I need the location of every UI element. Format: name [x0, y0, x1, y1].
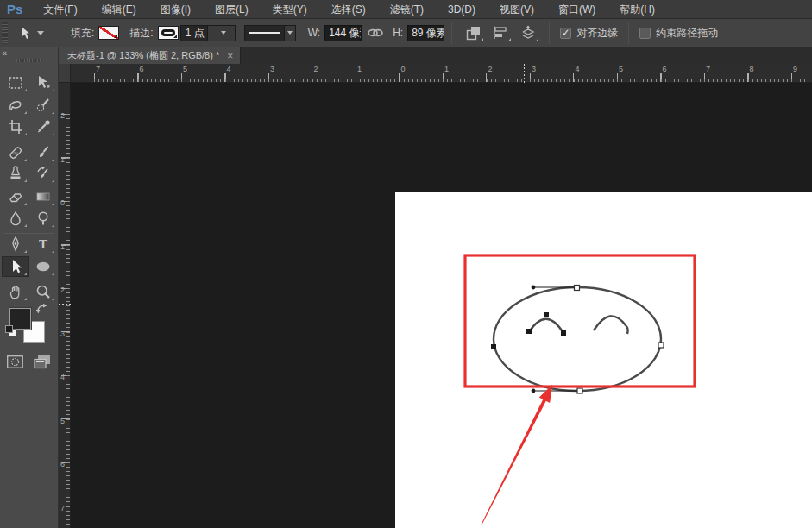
menu-item-7[interactable]: 3D(D): [436, 0, 488, 19]
chevron-down-icon[interactable]: [284, 26, 295, 41]
path-arrangement-icon: [520, 25, 536, 41]
menu-item-4[interactable]: 类型(Y): [261, 0, 319, 19]
ruler-number: 1: [357, 65, 362, 73]
swap-colors-icon[interactable]: [36, 304, 48, 315]
menu-item-0[interactable]: 文件(F): [31, 0, 89, 19]
type-tool[interactable]: T: [30, 235, 56, 254]
ruler-number: 2: [314, 65, 318, 73]
dodge-icon: [35, 210, 52, 227]
close-tab-icon[interactable]: ×: [227, 50, 233, 62]
move-tool[interactable]: [30, 73, 56, 92]
dodge-tool[interactable]: [30, 209, 56, 228]
tool-preset-picker[interactable]: [18, 26, 44, 40]
lasso-icon: [7, 97, 24, 114]
horizontal-ruler[interactable]: 76543210123456789: [71, 64, 812, 83]
ellipse-icon: [35, 258, 52, 275]
fill-color-swatch[interactable]: [98, 26, 119, 40]
options-bar-grip[interactable]: [2, 22, 8, 44]
path-operations-button[interactable]: [463, 23, 483, 42]
separator: [60, 22, 60, 44]
link-dimensions-icon[interactable]: [367, 27, 384, 39]
crop-tool[interactable]: [3, 117, 28, 136]
chevron-down-icon[interactable]: [207, 26, 235, 41]
quick-selection-tool[interactable]: [30, 96, 56, 115]
align-edges-option[interactable]: ✓ 对齐边缘: [560, 26, 618, 41]
anchor-point[interactable]: [544, 312, 549, 317]
eraser-tool[interactable]: [3, 187, 28, 206]
menu-item-8[interactable]: 视图(V): [488, 0, 546, 19]
stroke-style-dropdown[interactable]: [244, 25, 296, 41]
menu-item-1[interactable]: 编辑(E): [90, 0, 148, 19]
lasso-tool[interactable]: [3, 96, 28, 115]
hand-tool[interactable]: [3, 282, 28, 301]
spot-healing-brush-tool[interactable]: [3, 143, 28, 162]
anchor-point[interactable]: [575, 286, 580, 291]
menu-item-5[interactable]: 选择(S): [319, 0, 378, 19]
ruler-number: 7: [96, 65, 100, 73]
history-brush-tool[interactable]: [30, 164, 56, 183]
menu-item-10[interactable]: 帮助(H): [607, 0, 667, 19]
constrain-path-drag-checkbox[interactable]: [639, 28, 651, 39]
menu-item-3[interactable]: 图层(L): [203, 0, 261, 19]
screen-mode-icon[interactable]: [34, 355, 51, 369]
blur-tool[interactable]: [3, 209, 28, 228]
ruler-origin-corner[interactable]: [59, 64, 71, 83]
gradient-tool[interactable]: [30, 187, 56, 206]
tool-options-bar: 填充: 描边: 1 点 W: 144 像素 H: 89 像素: [0, 19, 812, 47]
shape-height-input[interactable]: 89 像素: [407, 25, 444, 41]
ruler-number: 4: [60, 373, 65, 381]
zoom-tool[interactable]: [30, 282, 56, 301]
path-arrangement-button[interactable]: [518, 23, 538, 42]
ruler-number: 4: [227, 65, 231, 73]
collapse-panel-icon[interactable]: «: [2, 47, 7, 58]
anchor-point[interactable]: [577, 388, 582, 393]
ruler-number: 6: [663, 65, 667, 73]
direction-handle-point[interactable]: [532, 286, 536, 290]
ruler-number: 5: [60, 417, 65, 425]
path-alignment-icon: [494, 26, 508, 40]
pen-tool[interactable]: [3, 235, 28, 254]
stroke-width-dropdown[interactable]: 1 点: [180, 25, 236, 41]
left-eyebrow-path[interactable]: [529, 319, 563, 333]
shape-width-input[interactable]: 144 像素: [324, 25, 362, 41]
direction-handle-point[interactable]: [532, 389, 536, 393]
eyedropper-tool[interactable]: [30, 117, 56, 136]
ruler-number: 2: [488, 65, 493, 73]
separator: [549, 22, 550, 44]
path-alignment-button[interactable]: [490, 23, 511, 42]
ruler-number: 6: [140, 65, 144, 73]
canvas-viewport[interactable]: [71, 83, 812, 528]
menu-item-9[interactable]: 窗口(W): [546, 0, 607, 19]
align-edges-checkbox[interactable]: ✓: [560, 28, 571, 39]
clone-stamp-tool[interactable]: [3, 164, 28, 183]
fill-label: 填充:: [71, 26, 94, 41]
stroke-color-swatch[interactable]: [158, 26, 179, 40]
quickselect-icon: [35, 97, 52, 114]
ruler-number: 8: [750, 65, 754, 73]
toolbox: « T: [0, 47, 59, 528]
tool-group-divider: [4, 280, 54, 280]
anchor-point[interactable]: [561, 330, 566, 336]
menu-item-6[interactable]: 滤镜(T): [378, 0, 436, 19]
ellipse-tool[interactable]: [30, 257, 56, 276]
menu-item-2[interactable]: 图像(I): [148, 0, 203, 19]
vertical-ruler[interactable]: 2101234567: [59, 83, 71, 528]
ellipse-shape-path[interactable]: [494, 287, 661, 391]
ruler-number: 3: [270, 65, 274, 73]
stroke-label: 描边:: [129, 26, 153, 41]
default-colors-icon[interactable]: [5, 325, 16, 336]
anchor-point[interactable]: [526, 329, 532, 334]
quick-mask-mode-icon[interactable]: [7, 355, 23, 368]
separator: [628, 22, 629, 44]
document-tab[interactable]: 未标题-1 @ 133% (椭圆 2, RGB/8) * ×: [59, 47, 241, 64]
right-eyebrow-path[interactable]: [594, 316, 628, 334]
rectangular-marquee-tool[interactable]: [3, 73, 28, 92]
anchor-point-selected[interactable]: [491, 344, 496, 349]
panel-drag-handle[interactable]: [16, 59, 42, 62]
brush-tool[interactable]: [30, 143, 56, 162]
anchor-point[interactable]: [658, 343, 664, 348]
ruler-number: 2: [60, 111, 65, 120]
path-selection-tool[interactable]: [3, 257, 28, 276]
constrain-path-drag-option[interactable]: 约束路径拖动: [639, 26, 718, 41]
crop-icon: [7, 118, 24, 135]
